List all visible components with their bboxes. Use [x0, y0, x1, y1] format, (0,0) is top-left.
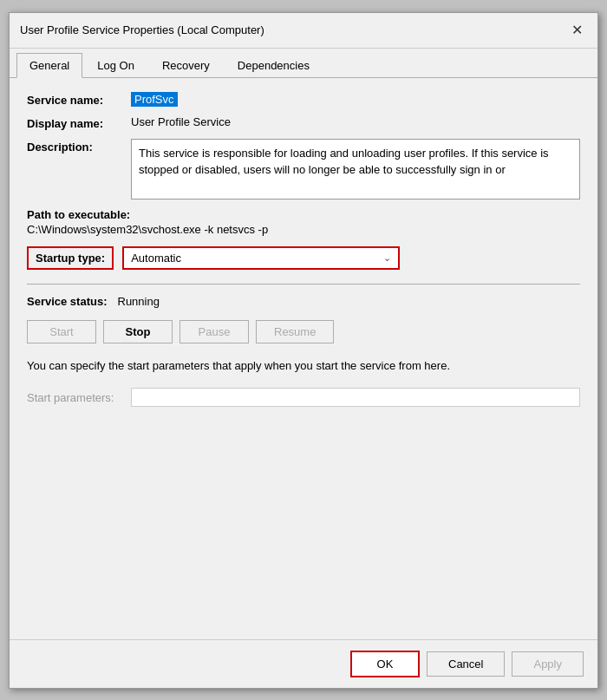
start-params-row: Start parameters: [27, 388, 580, 407]
stop-button[interactable]: Stop [103, 320, 173, 343]
service-status-row: Service status: Running [27, 295, 580, 308]
service-status-label: Service status: [27, 295, 108, 308]
start-button[interactable]: Start [27, 320, 96, 343]
dialog-title: User Profile Service Properties (Local C… [20, 23, 264, 36]
dialog-footer: OK Cancel Apply [10, 639, 597, 688]
divider [27, 284, 580, 285]
display-name-label: Display name: [27, 115, 131, 130]
path-label: Path to executable: [27, 208, 580, 221]
startup-type-value: Automatic [131, 252, 181, 265]
tab-bar: General Log On Recovery Dependencies [10, 49, 597, 78]
tab-logon[interactable]: Log On [84, 53, 147, 78]
service-name-highlight: ProfSvc [131, 92, 178, 107]
startup-type-select[interactable]: Automatic ⌄ [122, 246, 400, 270]
service-name-label: Service name: [27, 92, 131, 107]
service-name-row: Service name: ProfSvc [27, 92, 580, 107]
startup-type-label: Startup type: [27, 246, 114, 270]
startup-type-row: Startup type: Automatic ⌄ [27, 246, 580, 270]
description-row: Description: This service is responsible… [27, 139, 580, 200]
display-name-value: User Profile Service [131, 115, 580, 128]
info-text: You can specify the start parameters tha… [27, 357, 580, 375]
description-value[interactable]: This service is responsible for loading … [131, 139, 580, 200]
title-bar: User Profile Service Properties (Local C… [10, 13, 597, 49]
general-tab-content: Service name: ProfSvc Display name: User… [10, 78, 597, 639]
apply-button[interactable]: Apply [512, 651, 584, 677]
tab-recovery[interactable]: Recovery [149, 53, 223, 78]
display-name-row: Display name: User Profile Service [27, 115, 580, 130]
close-button[interactable]: ✕ [566, 20, 587, 41]
service-control-buttons: Start Stop Pause Resume [27, 320, 580, 343]
tab-dependencies[interactable]: Dependencies [225, 53, 323, 78]
pause-button[interactable]: Pause [179, 320, 249, 343]
dialog: User Profile Service Properties (Local C… [9, 12, 598, 689]
description-label: Description: [27, 139, 131, 154]
cancel-button[interactable]: Cancel [427, 651, 505, 677]
path-section: Path to executable: C:\Windows\system32\… [27, 208, 580, 236]
ok-button[interactable]: OK [350, 651, 420, 677]
start-params-label: Start parameters: [27, 391, 131, 404]
start-params-input[interactable] [131, 388, 580, 407]
service-name-value: ProfSvc [131, 92, 580, 107]
chevron-down-icon: ⌄ [383, 252, 391, 264]
service-status-value: Running [118, 295, 160, 308]
resume-button[interactable]: Resume [256, 320, 334, 343]
tab-general[interactable]: General [16, 53, 82, 78]
path-value: C:\Windows\system32\svchost.exe -k netsv… [27, 223, 580, 236]
